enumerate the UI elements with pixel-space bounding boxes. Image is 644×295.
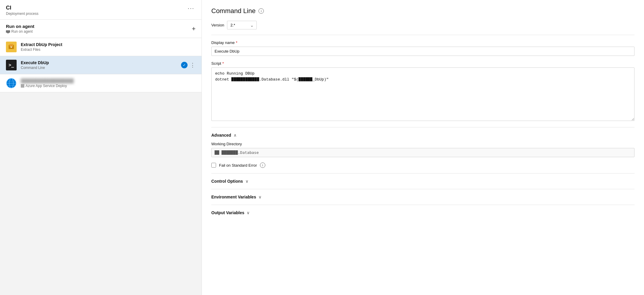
add-task-button[interactable]: + xyxy=(192,25,196,33)
script-field: Script * echo Running DBUp dotnet ██████… xyxy=(211,61,635,122)
version-field: Version 2.* 1.* xyxy=(211,21,635,29)
panel-info-icon[interactable]: i xyxy=(258,8,264,14)
fail-on-stderr-checkbox[interactable] xyxy=(211,163,216,168)
script-required: * xyxy=(222,61,224,66)
control-options-chevron-icon: ∨ xyxy=(245,179,248,184)
display-name-label: Display name * xyxy=(211,40,635,45)
version-dropdown[interactable]: 2.* 1.* xyxy=(227,21,257,29)
script-textarea[interactable]: echo Running DBUp dotnet ████████████.Da… xyxy=(211,67,635,121)
script-label: Script * xyxy=(211,61,635,66)
extract-dbup-name: Extract DbUp Project xyxy=(21,42,196,47)
execute-dbup-actions: ✓ ⋮ xyxy=(181,62,196,68)
display-name-required: * xyxy=(236,40,237,45)
fail-on-stderr-row: Fail on Standard Error i xyxy=(211,163,635,168)
env-vars-label: Environment Variables xyxy=(211,195,256,199)
divider-1 xyxy=(211,35,635,35)
advanced-section: Advanced ∧ Working Directory Fail on Sta… xyxy=(211,133,635,168)
run-on-agent-title: Run on agent xyxy=(6,24,34,29)
version-dropdown-wrap: 2.* 1.* xyxy=(227,21,257,29)
output-vars-chevron-icon: ∨ xyxy=(247,210,250,215)
run-on-agent-section: Run on agent Run on agent + xyxy=(0,20,202,38)
working-directory-label: Working Directory xyxy=(211,142,635,146)
svg-rect-3 xyxy=(9,44,13,46)
task-more-button[interactable]: ⋮ xyxy=(190,62,196,68)
agent-icon xyxy=(6,30,10,33)
divider-2 xyxy=(211,127,635,127)
pipeline-subtitle: Deployment process xyxy=(6,12,38,16)
env-vars-chevron-icon: ∨ xyxy=(258,195,261,199)
task-item-azure-deploy[interactable]: ██████████████████ Azure App Service Dep… xyxy=(0,74,202,92)
panel-title: Command Line xyxy=(211,7,256,15)
agent-svg-icon xyxy=(6,30,10,33)
svg-rect-0 xyxy=(6,30,10,33)
task-item-execute-dbup[interactable]: >_ Execute DbUp Command Line ✓ ⋮ xyxy=(0,56,202,74)
divider-3 xyxy=(211,173,635,173)
divider-5 xyxy=(211,205,635,205)
version-label: Version xyxy=(211,23,224,27)
left-header: CI Deployment process ··· xyxy=(0,0,202,20)
left-panel: CI Deployment process ··· Run on agent R… xyxy=(0,0,202,295)
execute-dbup-type: Command Line xyxy=(21,66,177,70)
control-options-label: Control Options xyxy=(211,179,243,184)
advanced-chevron-icon: ∧ xyxy=(234,133,237,138)
task-list: Extract DbUp Project Extract Files >_ Ex… xyxy=(0,38,202,92)
extract-dbup-icon xyxy=(6,42,17,52)
env-vars-section-header[interactable]: Environment Variables ∨ xyxy=(211,195,635,199)
header-ellipsis-button[interactable]: ··· xyxy=(186,5,196,12)
azure-deploy-name: ██████████████████ xyxy=(21,78,196,83)
working-directory-field: Working Directory xyxy=(211,142,635,157)
run-on-agent-subtitle: Run on agent xyxy=(6,29,34,34)
task-item-extract-dbup[interactable]: Extract DbUp Project Extract Files xyxy=(0,38,202,56)
panel-title-row: Command Line i xyxy=(211,7,635,15)
task-check-icon: ✓ xyxy=(181,62,188,68)
svg-rect-11 xyxy=(21,84,24,88)
extract-dbup-type: Extract Files xyxy=(21,48,196,52)
svg-rect-1 xyxy=(7,33,9,33)
azure-deploy-icon xyxy=(6,78,17,89)
divider-4 xyxy=(211,189,635,189)
control-options-section-header[interactable]: Control Options ∨ xyxy=(211,179,635,184)
execute-dbup-name: Execute DbUp xyxy=(21,60,177,65)
header-info: CI Deployment process xyxy=(6,5,38,16)
right-panel: Command Line i Version 2.* 1.* Display n… xyxy=(202,0,644,295)
azure-deploy-info: ██████████████████ Azure App Service Dep… xyxy=(21,78,196,88)
output-vars-label: Output Variables xyxy=(211,210,244,215)
advanced-section-header[interactable]: Advanced ∧ xyxy=(211,133,635,138)
display-name-input[interactable] xyxy=(211,47,635,56)
pipeline-title: CI xyxy=(6,5,38,11)
display-name-field: Display name * xyxy=(211,40,635,56)
run-on-agent-info: Run on agent Run on agent xyxy=(6,24,34,34)
advanced-label: Advanced xyxy=(211,133,231,138)
working-directory-input[interactable] xyxy=(211,148,635,157)
execute-dbup-icon: >_ xyxy=(6,60,17,70)
extract-dbup-info: Extract DbUp Project Extract Files xyxy=(21,42,196,52)
fail-on-stderr-label: Fail on Standard Error xyxy=(219,163,257,168)
fail-on-stderr-info-icon[interactable]: i xyxy=(260,163,265,168)
output-vars-section-header[interactable]: Output Variables ∨ xyxy=(211,210,635,215)
azure-deploy-type: Azure App Service Deploy xyxy=(21,84,196,88)
execute-dbup-info: Execute DbUp Command Line xyxy=(21,60,177,70)
